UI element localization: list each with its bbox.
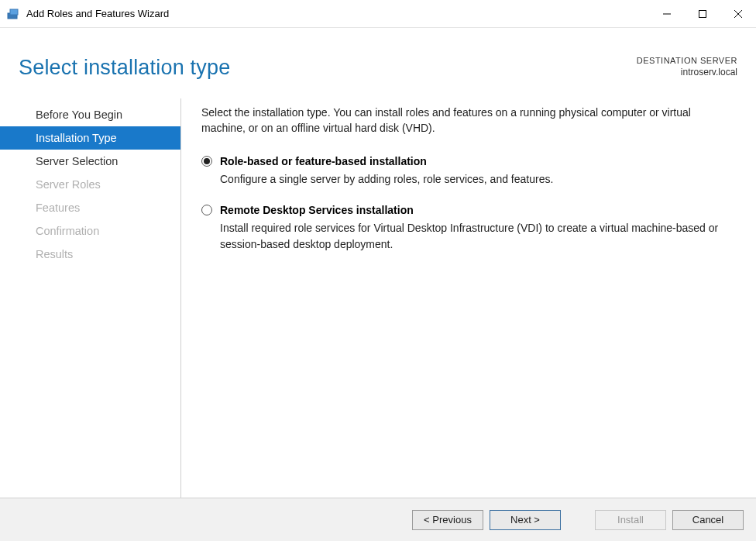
option-description: Install required role services for Virtu…	[220, 220, 730, 252]
cancel-button[interactable]: Cancel	[672, 510, 744, 530]
wizard-step-results: Results	[0, 243, 180, 266]
wizard-step-server-selection[interactable]: Server Selection	[0, 150, 180, 173]
wizard-step-installation-type[interactable]: Installation Type	[0, 126, 180, 150]
wizard-step-server-roles: Server Roles	[0, 173, 180, 196]
footer: < Previous Next > Install Cancel	[0, 498, 756, 541]
server-manager-icon	[6, 7, 20, 21]
window-title: Add Roles and Features Wizard	[26, 8, 169, 19]
maximize-icon	[699, 10, 706, 18]
wizard-step-features: Features	[0, 196, 180, 219]
install-type-option[interactable]: Remote Desktop Services installationInst…	[201, 202, 730, 252]
destination-name: introserv.local	[637, 67, 737, 78]
header: Select installation type DESTINATION SER…	[0, 28, 756, 98]
page-title: Select installation type	[19, 56, 230, 80]
radio-button[interactable]	[201, 205, 212, 215]
destination-label: DESTINATION SERVER	[637, 56, 737, 65]
wizard-step-before-you-begin[interactable]: Before You Begin	[0, 103, 180, 126]
svg-rect-1	[10, 9, 18, 15]
titlebar: Add Roles and Features Wizard	[0, 0, 756, 28]
intro-text: Select the installation type. You can in…	[201, 105, 730, 136]
option-title: Role-based or feature-based installation	[220, 153, 730, 169]
minimize-icon	[663, 10, 671, 18]
option-title: Remote Desktop Services installation	[220, 202, 730, 218]
content-pane: Select the installation type. You can in…	[181, 98, 737, 498]
radio-button[interactable]	[201, 156, 212, 167]
minimize-button[interactable]	[649, 0, 685, 27]
close-button[interactable]	[720, 0, 756, 27]
maximize-button[interactable]	[685, 0, 720, 27]
wizard-step-confirmation: Confirmation	[0, 219, 180, 243]
previous-button[interactable]: < Previous	[412, 510, 483, 530]
next-button[interactable]: Next >	[490, 510, 561, 530]
destination-server: DESTINATION SERVER introserv.local	[637, 56, 737, 78]
close-icon	[734, 10, 742, 18]
option-description: Configure a single server by adding role…	[220, 171, 730, 187]
wizard-steps-sidebar: Before You BeginInstallation TypeServer …	[0, 98, 181, 498]
svg-rect-3	[699, 10, 706, 17]
install-type-option[interactable]: Role-based or feature-based installation…	[201, 153, 730, 188]
install-button: Install	[595, 510, 666, 530]
